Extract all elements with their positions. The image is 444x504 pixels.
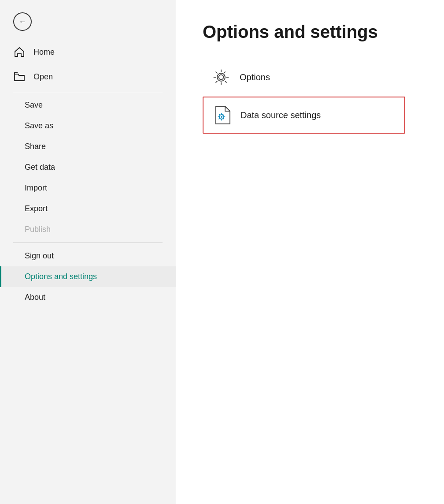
save-as-label: Save as [25, 121, 53, 131]
main-content: Options and settings Options Data sou [176, 0, 444, 504]
svg-point-3 [221, 116, 222, 118]
sidebar-item-get-data[interactable]: Get data [0, 157, 176, 178]
data-source-settings-label: Data source settings [240, 110, 321, 120]
back-button[interactable]: ← [13, 12, 32, 31]
data-source-icon [212, 105, 232, 125]
sign-out-label: Sign out [25, 251, 54, 261]
home-icon [13, 46, 26, 58]
divider-2 [13, 243, 163, 243]
page-title: Options and settings [203, 22, 418, 42]
sidebar-home-label: Home [33, 48, 55, 57]
publish-label: Publish [25, 225, 51, 234]
import-label: Import [25, 183, 47, 193]
back-arrow-icon: ← [18, 18, 26, 26]
sidebar-item-export[interactable]: Export [0, 198, 176, 219]
settings-item-data-source[interactable]: Data source settings [203, 97, 405, 134]
sidebar-item-share[interactable]: Share [0, 136, 176, 157]
options-label: Options [240, 72, 270, 82]
divider-1 [13, 92, 163, 92]
sidebar: ← Home Open Save Save as Share G [0, 0, 176, 504]
save-label: Save [25, 101, 43, 110]
sidebar-item-save-as[interactable]: Save as [0, 116, 176, 136]
sidebar-item-open[interactable]: Open [0, 64, 176, 89]
sidebar-open-label: Open [33, 72, 53, 82]
sidebar-item-publish: Publish [0, 219, 176, 240]
export-label: Export [25, 204, 48, 213]
sidebar-item-home[interactable]: Home [0, 40, 176, 64]
back-button-area[interactable]: ← [0, 0, 176, 40]
sidebar-item-options-and-settings[interactable]: Options and settings [0, 266, 176, 287]
share-label: Share [25, 142, 46, 151]
sidebar-item-import[interactable]: Import [0, 178, 176, 198]
svg-point-0 [219, 75, 224, 80]
get-data-label: Get data [25, 163, 55, 172]
open-icon [13, 71, 26, 83]
sidebar-item-about[interactable]: About [0, 287, 176, 308]
sidebar-item-sign-out[interactable]: Sign out [0, 246, 176, 266]
sidebar-item-save[interactable]: Save [0, 95, 176, 116]
options-and-settings-label: Options and settings [25, 272, 97, 281]
options-gear-icon [211, 67, 231, 87]
about-label: About [25, 293, 45, 302]
settings-item-options[interactable]: Options [203, 60, 405, 95]
